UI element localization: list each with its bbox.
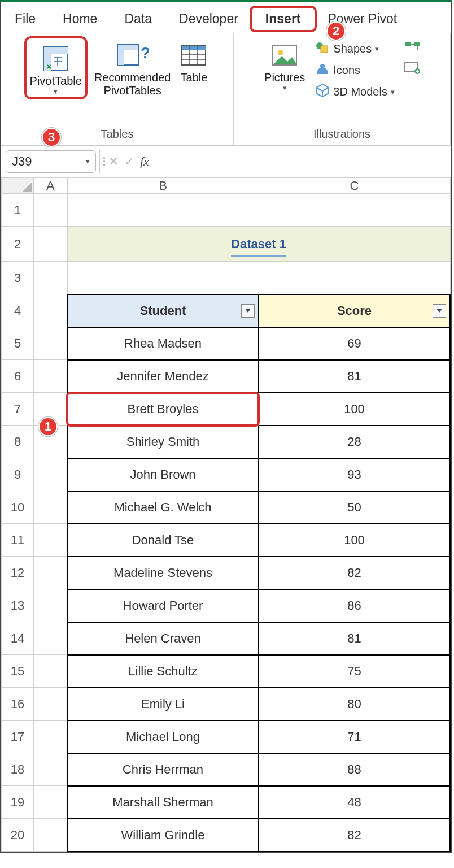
cell-student[interactable]: Howard Porter [67,589,259,622]
tab-insert[interactable]: Insert [252,8,315,30]
cell-student[interactable]: Helen Craven [67,622,259,655]
row-header[interactable]: 7 [2,393,34,426]
cell-score[interactable]: 28 [259,426,450,458]
row-header[interactable]: 20 [2,819,34,852]
cell-score[interactable]: 81 [259,622,450,655]
formula-input[interactable] [152,151,446,172]
cell[interactable] [34,327,67,360]
table-button[interactable]: Table [177,36,210,84]
cell[interactable] [34,589,67,622]
cell-score[interactable]: 86 [259,589,450,622]
cell-score[interactable]: 82 [259,557,450,589]
cell-student[interactable]: William Grindle [67,819,259,852]
cell[interactable] [34,786,67,819]
cell[interactable] [259,194,450,227]
row-header[interactable]: 16 [2,688,34,721]
row-header[interactable]: 3 [2,262,34,294]
cell[interactable] [34,360,67,393]
row-header[interactable]: 13 [2,589,34,622]
cell-student[interactable]: Rhea Madsen [67,327,259,360]
dataset-title[interactable]: Dataset 1 [67,227,450,262]
header-student[interactable]: Student [67,294,259,327]
cell-student[interactable]: Michael G. Welch [67,491,259,524]
shapes-button[interactable]: Shapes ▾ [312,38,398,59]
3d-models-button[interactable]: 3D Models ▾ [312,81,398,102]
cell[interactable] [34,622,67,655]
cell-score[interactable]: 100 [259,393,450,426]
cell[interactable] [34,688,67,721]
header-score[interactable]: Score [259,294,450,327]
cell-student[interactable]: Emily Li [67,688,259,721]
select-all-corner[interactable] [2,178,34,194]
row-header[interactable]: 17 [2,721,34,753]
row-header[interactable]: 15 [2,655,34,688]
tab-home[interactable]: Home [49,8,111,30]
cell-score[interactable]: 81 [259,360,450,393]
cell[interactable] [67,194,259,227]
cell[interactable] [34,491,67,524]
cell[interactable] [34,194,67,227]
spreadsheet-grid[interactable]: A B C 12Dataset 134StudentScore5Rhea Mad… [1,177,451,852]
row-header[interactable]: 8 [2,426,34,458]
cell[interactable] [34,262,67,294]
cell-score[interactable]: 88 [259,753,450,786]
pivottable-button[interactable]: PivotTable ▾ [28,40,84,96]
row-header[interactable]: 18 [2,753,34,786]
recommended-pivottables-button[interactable]: ? Recommended PivotTables [92,36,173,97]
cell[interactable] [34,524,67,557]
cell-score[interactable]: 75 [259,655,450,688]
cell-student[interactable]: Michael Long [67,721,259,753]
smartart-icon[interactable] [404,40,421,57]
cell-student[interactable]: Marshall Sherman [67,786,259,819]
cell-score[interactable]: 93 [259,458,450,491]
col-A[interactable]: A [34,178,67,194]
row-header[interactable]: 19 [2,786,34,819]
cell[interactable] [34,721,67,753]
row-header[interactable]: 1 [2,194,34,227]
cell[interactable] [67,262,259,294]
cell[interactable] [34,557,67,589]
screenshot-icon[interactable] [404,60,421,77]
tab-file[interactable]: File [1,8,49,30]
cell-score[interactable]: 82 [259,819,450,852]
cell-student[interactable]: Donald Tse [67,524,259,557]
cell-score[interactable]: 100 [259,524,450,557]
row-header[interactable]: 11 [2,524,34,557]
cell[interactable] [34,294,67,327]
tab-developer[interactable]: Developer [165,8,252,30]
row-header[interactable]: 10 [2,491,34,524]
tab-data[interactable]: Data [111,8,165,30]
drag-handle-icon[interactable] [103,157,105,166]
cell-score[interactable]: 48 [259,786,450,819]
row-header[interactable]: 4 [2,294,34,327]
cell[interactable] [34,819,67,852]
row-header[interactable]: 2 [2,227,34,262]
cell-student[interactable]: Chris Herrman [67,753,259,786]
cell-student[interactable]: Madeline Stevens [67,557,259,589]
cell-score[interactable]: 71 [259,721,450,753]
cell-score[interactable]: 69 [259,327,450,360]
cell[interactable] [34,227,67,262]
row-header[interactable]: 9 [2,458,34,491]
enter-icon[interactable]: ✓ [124,154,134,169]
filter-icon[interactable] [241,304,255,318]
col-B[interactable]: B [67,178,259,194]
fx-icon[interactable]: fx [140,154,149,169]
row-header[interactable]: 12 [2,557,34,589]
cell[interactable] [34,458,67,491]
row-header[interactable]: 5 [2,327,34,360]
icons-button[interactable]: Icons [312,60,398,80]
cell-student[interactable]: Lillie Schultz [67,655,259,688]
pictures-button[interactable]: Pictures ▾ [262,36,307,93]
cell-student[interactable]: John Brown [67,458,259,491]
cell[interactable] [34,655,67,688]
cell-student[interactable]: Jennifer Mendez [67,360,259,393]
cell-student[interactable]: Shirley Smith [67,426,259,458]
col-C[interactable]: C [259,178,450,194]
row-header[interactable]: 6 [2,360,34,393]
cell-score[interactable]: 50 [259,491,450,524]
cell[interactable] [259,262,450,294]
cancel-icon[interactable]: ✕ [108,154,119,169]
cell-student[interactable]: Brett Broyles [67,393,259,426]
row-header[interactable]: 14 [2,622,34,655]
